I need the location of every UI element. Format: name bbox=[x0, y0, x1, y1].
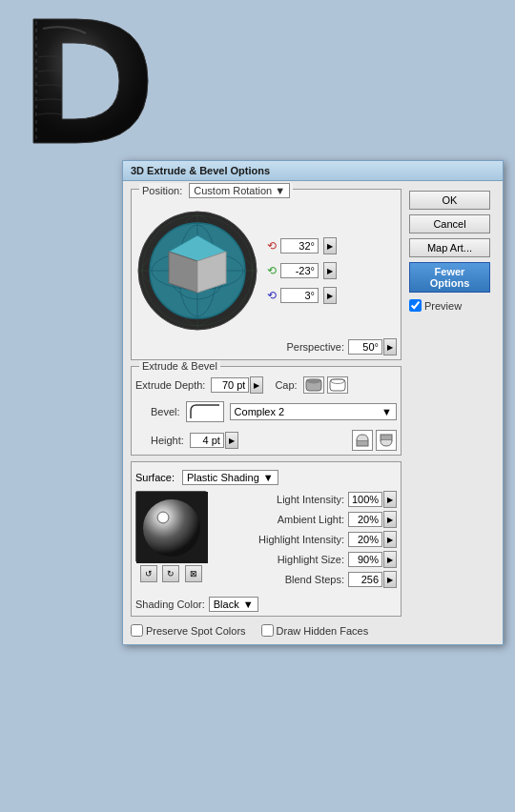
bevel-label: Bevel: bbox=[151, 406, 180, 417]
bevel-inside-button[interactable] bbox=[376, 430, 397, 451]
height-row: Height: ▶ bbox=[135, 430, 397, 451]
bevel-value: Complex 2 bbox=[235, 406, 382, 417]
preserve-spot-checkbox[interactable] bbox=[131, 624, 143, 637]
shading-color-arrow: ▼ bbox=[243, 599, 254, 610]
light-intensity-row: Light Intensity: ▶ bbox=[215, 491, 397, 508]
z-rotation-field[interactable] bbox=[280, 288, 319, 303]
blend-steps-label: Blend Steps: bbox=[285, 574, 344, 585]
extrude-depth-field[interactable] bbox=[211, 377, 249, 393]
x-rotation-arrow[interactable]: ▶ bbox=[323, 237, 337, 254]
sphere-rotate-right[interactable]: ↻ bbox=[162, 565, 179, 582]
cap-on-button[interactable] bbox=[303, 376, 324, 394]
rotation-area: ⟲ ▶ ⟲ ▶ ⟲ bbox=[135, 209, 397, 355]
y-axis-icon: ⟲ bbox=[267, 264, 277, 277]
cap-off-button[interactable] bbox=[327, 376, 348, 394]
highlight-size-field-group: ▶ bbox=[348, 551, 397, 568]
map-art-button[interactable]: Map Art... bbox=[409, 238, 490, 257]
draw-hidden-label[interactable]: Draw Hidden Faces bbox=[261, 624, 369, 637]
highlight-size-arrow[interactable]: ▶ bbox=[383, 551, 397, 568]
extrude-depth-arrow[interactable]: ▶ bbox=[250, 376, 263, 394]
light-intensity-arrow[interactable]: ▶ bbox=[383, 491, 397, 508]
highlight-intensity-field-group: ▶ bbox=[348, 531, 397, 548]
extrude-bevel-label: Extrude & Bevel bbox=[139, 360, 220, 372]
height-arrow[interactable]: ▶ bbox=[225, 432, 238, 449]
bevel-preview bbox=[186, 401, 224, 422]
perspective-field[interactable] bbox=[348, 339, 382, 355]
blend-steps-field-group: ▶ bbox=[348, 571, 397, 588]
ambient-light-row: Ambient Light: ▶ bbox=[215, 511, 397, 528]
bottom-checks: Preserve Spot Colors Draw Hidden Faces bbox=[131, 624, 402, 637]
cap-icons bbox=[303, 376, 348, 394]
preserve-spot-text: Preserve Spot Colors bbox=[146, 625, 246, 637]
surface-type-value: Plastic Shading bbox=[187, 472, 259, 483]
perspective-row: Perspective: ▶ bbox=[135, 338, 397, 355]
z-rotation-arrow[interactable]: ▶ bbox=[323, 287, 337, 304]
ambient-light-arrow[interactable]: ▶ bbox=[383, 511, 397, 528]
perspective-arrow[interactable]: ▶ bbox=[383, 338, 397, 355]
light-intensity-field[interactable] bbox=[348, 492, 382, 507]
fewer-options-button[interactable]: Fewer Options bbox=[409, 262, 490, 293]
surface-content: ↺ ↻ ⊠ Light Intensity: ▶ bbox=[135, 491, 397, 591]
bevel-dropdown[interactable]: Complex 2 ▼ bbox=[230, 403, 397, 420]
ok-button[interactable]: OK bbox=[409, 191, 490, 210]
x-axis-icon: ⟲ bbox=[267, 239, 277, 253]
preserve-spot-label[interactable]: Preserve Spot Colors bbox=[131, 624, 246, 637]
sphere-controls: ↺ ↻ ⊠ bbox=[135, 562, 207, 585]
highlight-size-row: Highlight Size: ▶ bbox=[215, 551, 397, 568]
x-rotation-field[interactable] bbox=[280, 238, 319, 254]
blend-steps-arrow[interactable]: ▶ bbox=[383, 571, 397, 588]
cancel-button[interactable]: Cancel bbox=[409, 214, 490, 233]
ambient-light-field-group: ▶ bbox=[348, 511, 397, 528]
rotation-circle[interactable] bbox=[135, 209, 259, 333]
surface-type-dropdown[interactable]: Plastic Shading ▼ bbox=[182, 470, 278, 485]
surface-section: Surface: Plastic Shading ▼ bbox=[131, 461, 402, 617]
bevel-dropdown-arrow: ▼ bbox=[381, 406, 392, 417]
y-rotation-field[interactable] bbox=[280, 263, 319, 278]
position-dropdown-arrow: ▼ bbox=[275, 185, 285, 196]
height-icons bbox=[352, 430, 397, 451]
preview-label[interactable]: Preview bbox=[409, 299, 495, 312]
highlight-intensity-field[interactable] bbox=[348, 532, 382, 547]
shading-color-label: Shading Color: bbox=[135, 599, 205, 610]
position-section: Position: Custom Rotation ▼ bbox=[131, 189, 402, 360]
rotation-values: ⟲ ▶ ⟲ ▶ ⟲ bbox=[267, 237, 337, 304]
sphere-reset[interactable]: ⊠ bbox=[185, 565, 202, 582]
height-label: Height: bbox=[151, 435, 184, 446]
sphere-widget-area: ↺ ↻ ⊠ bbox=[135, 491, 207, 591]
highlight-size-field[interactable] bbox=[348, 552, 382, 567]
perspective-label: Perspective: bbox=[286, 341, 344, 353]
extrude-depth-label: Extrude Depth: bbox=[135, 379, 205, 391]
ambient-light-field[interactable] bbox=[348, 512, 382, 527]
position-dropdown[interactable]: Custom Rotation ▼ bbox=[189, 183, 290, 198]
light-intensity-field-group: ▶ bbox=[348, 491, 397, 508]
extrude-depth-row: Extrude Depth: ▶ Cap: bbox=[135, 376, 397, 394]
logo-area bbox=[10, 10, 162, 157]
bevel-row: Bevel: Complex 2 ▼ bbox=[135, 401, 397, 422]
sphere-rotate-left[interactable]: ↺ bbox=[140, 565, 157, 582]
svg-rect-17 bbox=[330, 379, 345, 391]
z-axis-icon: ⟲ bbox=[267, 289, 277, 302]
extrude-bevel-section: Extrude & Bevel Extrude Depth: ▶ Cap: bbox=[131, 366, 402, 456]
cap-label: Cap: bbox=[275, 379, 297, 391]
position-section-label: Position: Custom Rotation ▼ bbox=[139, 183, 293, 198]
shading-color-dropdown[interactable]: Black ▼ bbox=[209, 597, 258, 612]
surface-header: Surface: Plastic Shading ▼ bbox=[135, 470, 397, 485]
y-rotation-arrow[interactable]: ▶ bbox=[323, 262, 337, 279]
bevel-outside-button[interactable] bbox=[352, 430, 373, 451]
draw-hidden-checkbox[interactable] bbox=[261, 624, 274, 637]
perspective-field-group: ▶ bbox=[348, 338, 397, 355]
preview-checkbox[interactable] bbox=[409, 299, 422, 312]
svg-point-16 bbox=[307, 379, 320, 384]
highlight-size-label: Highlight Size: bbox=[278, 554, 344, 565]
highlight-intensity-label: Highlight Intensity: bbox=[258, 534, 344, 545]
height-field[interactable] bbox=[190, 433, 224, 448]
blend-steps-row: Blend Steps: ▶ bbox=[215, 571, 397, 588]
highlight-intensity-arrow[interactable]: ▶ bbox=[383, 531, 397, 548]
blend-steps-field[interactable] bbox=[348, 572, 382, 587]
sphere-widget[interactable] bbox=[135, 491, 207, 562]
light-intensity-label: Light Intensity: bbox=[277, 494, 344, 505]
height-field-group: ▶ bbox=[190, 432, 238, 449]
svg-point-24 bbox=[161, 516, 165, 519]
dialog-title: 3D Extrude & Bevel Options bbox=[123, 161, 503, 181]
ambient-light-label: Ambient Light: bbox=[278, 514, 344, 525]
